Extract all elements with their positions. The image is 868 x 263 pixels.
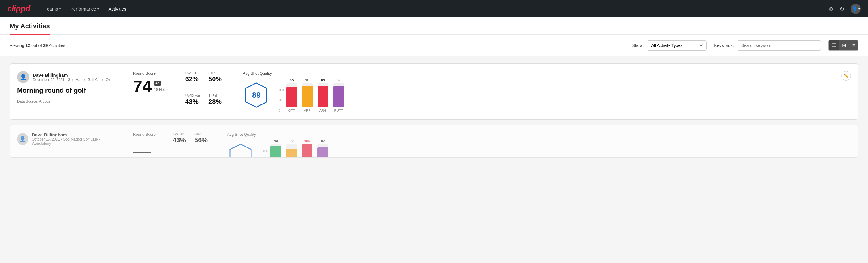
bar-ott: 85 OTT xyxy=(286,78,297,112)
bar-fill-putt xyxy=(333,86,344,108)
round-score-section: Round Score xyxy=(133,132,156,150)
gir-label: GIR xyxy=(209,71,223,75)
card-user: 👤 Dave Billingham December 05, 2021 - Go… xyxy=(17,71,114,83)
bar-arg: 89 ARG xyxy=(318,78,329,112)
bar-putt: 89 PUTT xyxy=(333,78,344,112)
gir-value: 50% xyxy=(209,75,223,83)
view-list-compact-button[interactable]: ☰ xyxy=(829,40,839,50)
add-icon[interactable]: ⊕ xyxy=(828,5,833,12)
gir-stat: GIR 50% xyxy=(209,71,223,90)
bar-fill-app xyxy=(302,86,313,108)
gir-label: GIR xyxy=(194,132,208,136)
avatar: 👤 xyxy=(17,133,28,145)
bar-fill-app xyxy=(286,149,297,158)
stats-grid: FW Hit 43% GIR 56% xyxy=(173,132,208,150)
search-input[interactable] xyxy=(737,40,821,51)
round-score-value xyxy=(133,139,151,152)
chevron-down-icon: ▾ xyxy=(97,7,99,10)
edit-button[interactable]: ✏️ xyxy=(841,71,851,81)
gir-stat: GIR 56% xyxy=(194,132,208,150)
fw-hit-label: FW Hit xyxy=(185,71,200,75)
nav-item-performance[interactable]: Performance ▾ xyxy=(70,6,99,11)
chevron-down-icon: ▾ xyxy=(858,7,860,10)
nav-item-teams[interactable]: Teams ▾ xyxy=(44,6,60,11)
avg-shot-quality-section: Avg Shot Quality 100 50 0 xyxy=(227,132,851,150)
card-info: 👤 Dave Billingham December 05, 2021 - Go… xyxy=(17,71,114,112)
avatar: 👤 xyxy=(17,71,29,83)
main-nav: clippd Teams ▾ Performance ▾ Activities … xyxy=(0,0,868,18)
round-score-section: Round Score 74 +4 18 Holes xyxy=(133,71,168,112)
nav-item-activities[interactable]: Activities xyxy=(108,6,126,11)
page-title: My Activities xyxy=(10,22,50,35)
bar-fill-arg xyxy=(302,144,312,158)
round-score-label: Round Score xyxy=(133,132,156,137)
view-toggle: ☰ ⊞ ≡ xyxy=(828,40,858,51)
page-header: My Activities xyxy=(0,18,868,35)
divider xyxy=(123,71,123,112)
bar-putt: 87 PUTT xyxy=(317,139,328,158)
gir-value: 56% xyxy=(194,136,208,144)
bar-fill-ott xyxy=(270,146,281,158)
fw-hit-stat: FW Hit 43% xyxy=(173,132,186,150)
divider xyxy=(233,71,233,112)
activities-list: 👤 Dave Billingham December 05, 2021 - Go… xyxy=(0,56,868,165)
filter-bar: Viewing 12 out of 29 Activities Show: Al… xyxy=(0,35,868,56)
hex-score-value: 89 xyxy=(252,91,261,100)
y-axis: 100 50 0 xyxy=(262,149,268,158)
bar-fill-putt xyxy=(317,147,328,158)
card-user: 👤 Dave Billingham October 16, 2021 - Gog… xyxy=(17,132,114,146)
score-holes: 18 Holes xyxy=(154,88,168,92)
bar-chart-inner: 85 OTT 90 APP xyxy=(286,78,344,112)
activity-type-select[interactable]: All Activity Types xyxy=(647,40,707,51)
y-axis: 100 50 0 xyxy=(278,88,284,112)
bar-app: 90 APP xyxy=(302,78,313,112)
filter-keywords: Keywords: xyxy=(714,40,821,51)
refresh-icon[interactable]: ↻ xyxy=(839,5,844,12)
hex-badge xyxy=(227,143,254,158)
score-badge: +4 xyxy=(154,81,161,86)
bar-app: 82 APP xyxy=(286,139,297,158)
updown-label: Up/Down xyxy=(185,94,200,98)
user-name: Dave Billingham xyxy=(32,132,114,137)
data-source: Data Source: Arccos xyxy=(17,99,114,104)
bar-chart: 100 50 0 85 OTT 90 xyxy=(278,78,344,112)
view-list-button[interactable]: ≡ xyxy=(849,40,858,50)
one-putt-stat: 1 Putt 28% xyxy=(209,94,223,113)
fw-hit-value: 43% xyxy=(173,136,186,144)
updown-stat: Up/Down 43% xyxy=(185,94,200,113)
fw-hit-value: 62% xyxy=(185,75,200,83)
bar-ott: 94 OTT xyxy=(270,139,281,158)
divider xyxy=(123,132,123,150)
activity-card: 👤 Dave Billingham October 16, 2021 - Gog… xyxy=(10,124,858,158)
fw-hit-label: FW Hit xyxy=(173,132,186,136)
chevron-down-icon: ▾ xyxy=(59,7,61,10)
user-date: December 05, 2021 - Gog Magog Golf Club … xyxy=(33,78,111,82)
avg-shot-quality-label: Avg Shot Quality xyxy=(243,71,832,76)
bar-arg: 106 ARG xyxy=(302,139,312,158)
round-score-label: Round Score xyxy=(133,71,168,76)
svg-marker-1 xyxy=(230,144,251,158)
card-info: 👤 Dave Billingham October 16, 2021 - Gog… xyxy=(17,132,114,150)
view-grid-button[interactable]: ⊞ xyxy=(839,40,849,50)
quality-inner: 100 50 0 94 OTT 82 xyxy=(227,139,851,158)
bar-fill-arg xyxy=(318,86,329,108)
filter-viewing-text: Viewing 12 out of 29 Activities xyxy=(10,43,625,48)
avg-shot-quality-label: Avg Shot Quality xyxy=(227,132,851,137)
bar-fill-ott xyxy=(286,87,297,108)
stats-grid: FW Hit 62% GIR 50% Up/Down 43% 1 Putt 28… xyxy=(185,71,223,112)
nav-actions: ⊕ ↻ 👤 ▾ xyxy=(828,4,861,14)
activity-name: Morning round of golf xyxy=(17,87,114,94)
avatar[interactable]: 👤 ▾ xyxy=(850,4,861,14)
fw-hit-stat: FW Hit 62% xyxy=(185,71,200,90)
hex-badge: 89 xyxy=(243,82,270,109)
bar-chart-inner: 94 OTT 82 APP xyxy=(270,139,328,158)
quality-inner: 89 100 50 0 85 O xyxy=(243,78,832,112)
user-name: Dave Billingham xyxy=(33,72,111,78)
hex-icon xyxy=(227,143,254,158)
one-putt-value: 28% xyxy=(209,98,223,106)
user-date: October 16, 2021 - Gog Magog Golf Club -… xyxy=(32,137,114,146)
updown-value: 43% xyxy=(185,98,200,106)
bar-chart: 100 50 0 94 OTT 82 xyxy=(262,139,328,158)
logo[interactable]: clippd xyxy=(7,4,30,13)
round-score-value: 74 xyxy=(133,78,152,95)
